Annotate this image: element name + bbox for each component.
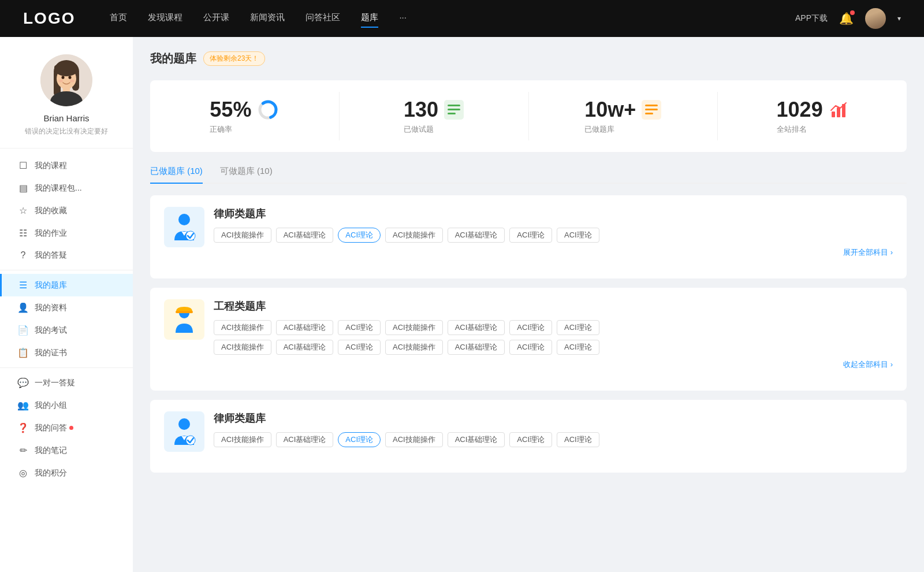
sidebar-divider-2: [0, 367, 133, 368]
qbank-icon: ☰: [17, 280, 29, 291]
tag-3-0[interactable]: ACI技能操作: [214, 432, 271, 447]
tag-1-1[interactable]: ACI基础理论: [276, 228, 334, 243]
sidebar-item-label: 我的小组: [35, 400, 67, 411]
nav-more[interactable]: ···: [399, 12, 407, 25]
nav-qbank[interactable]: 题库: [361, 12, 378, 25]
stat-value-area: 55%: [210, 98, 279, 122]
stat-rank: 1029 全站排名: [718, 92, 907, 140]
tag-3-5[interactable]: ACI理论: [509, 432, 552, 447]
qbank-card-header-1: 律师类题库 ACI技能操作 ACI基础理论 ACI理论 ACI技能操作 ACI基…: [164, 207, 893, 258]
done-banks-icon: [642, 100, 661, 120]
qbank-info-2: 工程类题库 ACI技能操作 ACI基础理论 ACI理论 ACI技能操作 ACI基…: [214, 299, 893, 370]
engineer-icon: [169, 304, 200, 335]
tag-3-1[interactable]: ACI基础理论: [276, 432, 334, 447]
sidebar-item-label: 我的作业: [35, 228, 67, 239]
collapse-link-2[interactable]: 收起全部科目 ›: [214, 359, 893, 370]
svg-rect-17: [448, 113, 456, 114]
tag-3-4[interactable]: ACI基础理论: [448, 432, 505, 447]
expand-link-1[interactable]: 展开全部科目 ›: [214, 247, 893, 258]
sidebar-item-label: 我的积分: [35, 468, 67, 478]
tag-2-5[interactable]: ACI理论: [509, 320, 552, 335]
courses-icon: ☐: [17, 160, 29, 171]
tag-2-r2-0[interactable]: ACI技能操作: [214, 340, 271, 355]
avatar[interactable]: [865, 8, 886, 29]
qa-notification-dot: [69, 426, 73, 430]
tag-2-r2-6[interactable]: ACI理论: [557, 340, 599, 355]
sidebar-item-courses[interactable]: ☐ 我的课程: [0, 154, 133, 177]
sidebar-item-favorites[interactable]: ☆ 我的收藏: [0, 199, 133, 222]
nav-home[interactable]: 首页: [110, 12, 127, 25]
qbank-name-2: 工程类题库: [214, 299, 893, 313]
sidebar-item-groups[interactable]: 👥 我的小组: [0, 394, 133, 417]
svg-rect-16: [448, 109, 460, 110]
tag-1-5[interactable]: ACI理论: [509, 228, 552, 243]
main-content: 我的题库 体验剩余23天！ 55% 正确率: [133, 37, 924, 572]
stat-value-area-4: 1029: [777, 98, 848, 122]
nav-discover[interactable]: 发现课程: [148, 12, 182, 25]
sidebar-item-points[interactable]: ◎ 我的积分: [0, 462, 133, 484]
nav-open-course[interactable]: 公开课: [203, 12, 229, 25]
sidebar-item-label: 我的答疑: [35, 250, 67, 261]
logo: LOGO: [23, 9, 75, 28]
svg-point-10: [70, 80, 74, 83]
tag-2-3[interactable]: ACI技能操作: [385, 320, 443, 335]
tag-2-r2-2[interactable]: ACI理论: [338, 340, 381, 355]
app-download-button[interactable]: APP下载: [795, 13, 828, 24]
sidebar-item-my-qa[interactable]: ❓ 我的问答: [0, 417, 133, 439]
svg-point-25: [178, 214, 190, 225]
tag-2-1[interactable]: ACI基础理论: [276, 320, 334, 335]
user-dropdown-arrow[interactable]: ▾: [897, 14, 901, 23]
tag-2-6[interactable]: ACI理论: [557, 320, 599, 335]
tag-1-4[interactable]: ACI基础理论: [448, 228, 505, 243]
sidebar-item-answers[interactable]: ? 我的答疑: [0, 244, 133, 266]
sidebar-item-homework[interactable]: ☷ 我的作业: [0, 222, 133, 244]
sidebar-item-materials[interactable]: 👤 我的资料: [0, 296, 133, 319]
page-header: 我的题库 体验剩余23天！: [150, 51, 907, 66]
tag-2-r2-4[interactable]: ACI基础理论: [448, 340, 505, 355]
svg-point-8: [69, 76, 72, 79]
answers-icon: ?: [17, 250, 29, 261]
sidebar-item-label: 我的题库: [35, 280, 67, 291]
sidebar-item-label: 我的笔记: [35, 445, 67, 456]
tab-done-banks[interactable]: 已做题库 (10): [150, 166, 203, 183]
sidebar-item-notes[interactable]: ✏ 我的笔记: [0, 439, 133, 462]
sidebar-item-label: 我的课程: [35, 161, 67, 171]
tag-2-r2-3[interactable]: ACI技能操作: [385, 340, 443, 355]
notification-bell[interactable]: 🔔: [839, 12, 854, 25]
tag-1-3[interactable]: ACI技能操作: [385, 228, 443, 243]
sidebar-item-course-packages[interactable]: ▤ 我的课程包...: [0, 177, 133, 199]
tag-3-2[interactable]: ACI理论: [338, 432, 381, 447]
tag-1-0[interactable]: ACI技能操作: [214, 228, 271, 243]
tag-1-2[interactable]: ACI理论: [338, 228, 381, 243]
tag-3-6[interactable]: ACI理论: [557, 432, 599, 447]
tag-2-r2-5[interactable]: ACI理论: [509, 340, 552, 355]
qbank-card-lawyer-1: 律师类题库 ACI技能操作 ACI基础理论 ACI理论 ACI技能操作 ACI基…: [150, 195, 907, 278]
sidebar-item-certificates[interactable]: 📋 我的证书: [0, 341, 133, 364]
svg-rect-19: [645, 105, 658, 106]
tag-2-0[interactable]: ACI技能操作: [214, 320, 271, 335]
qbank-name-3: 律师类题库: [214, 411, 893, 425]
tag-3-3[interactable]: ACI技能操作: [385, 432, 443, 447]
sidebar-item-1on1[interactable]: 💬 一对一答疑: [0, 372, 133, 394]
tag-2-2[interactable]: ACI理论: [338, 320, 381, 335]
sidebar-item-label: 我的课程包...: [35, 183, 82, 194]
stat-accuracy: 55% 正确率: [150, 92, 340, 140]
tag-2-r2-1[interactable]: ACI基础理论: [276, 340, 334, 355]
nav-qa[interactable]: 问答社区: [305, 12, 340, 25]
tag-2-4[interactable]: ACI基础理论: [448, 320, 505, 335]
stat-done-questions: 130 已做试题: [340, 92, 529, 140]
nav-news[interactable]: 新闻资讯: [250, 12, 285, 25]
notification-dot: [850, 10, 855, 15]
tab-available-banks[interactable]: 可做题库 (10): [220, 166, 273, 183]
page-wrapper: Brian Harris 错误的决定比没有决定要好 ☐ 我的课程 ▤ 我的课程包…: [0, 0, 924, 572]
stat-done-banks: 10w+ 已做题库: [529, 92, 718, 140]
header-right: APP下载 🔔 ▾: [795, 8, 901, 29]
qbank-icon-wrap-1: [164, 207, 204, 247]
sidebar-item-qbank[interactable]: ☰ 我的题库: [0, 274, 133, 296]
tag-1-6[interactable]: ACI理论: [557, 228, 599, 243]
1on1-icon: 💬: [17, 377, 29, 388]
svg-rect-29: [176, 311, 193, 313]
trial-badge: 体验剩余23天！: [203, 51, 265, 66]
sidebar-menu: ☐ 我的课程 ▤ 我的课程包... ☆ 我的收藏 ☷ 我的作业 ? 我的答疑 ☰: [0, 148, 133, 490]
sidebar-item-exams[interactable]: 📄 我的考试: [0, 319, 133, 341]
